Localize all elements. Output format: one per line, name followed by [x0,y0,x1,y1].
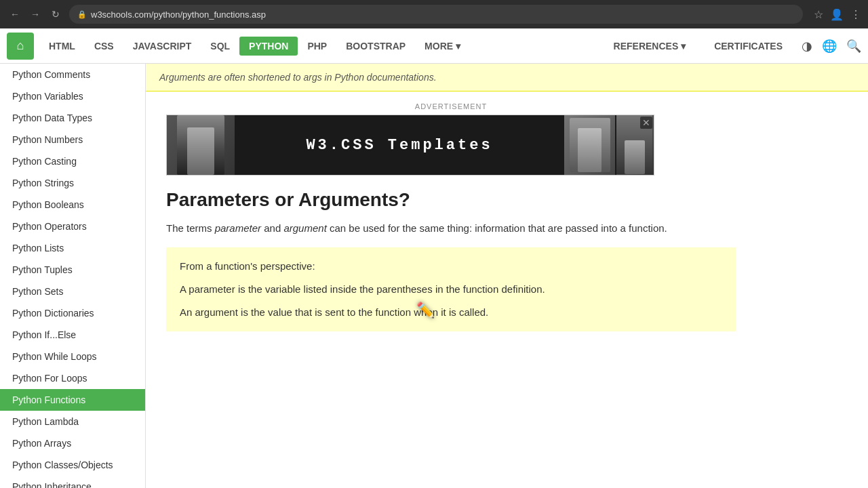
content-area: ADVERTISEMENT W3.CSS Templates [146,102,756,356]
globe-icon[interactable]: 🌐 [822,39,837,54]
refresh-button[interactable]: ↻ [47,6,64,22]
sidebar-item-numbers[interactable]: Python Numbers [0,129,145,150]
ad-center-text: W3.CSS Templates [235,137,564,154]
bookmark-icon[interactable]: ☆ [814,8,823,21]
sidebar-item-datatypes[interactable]: Python Data Types [0,107,145,129]
main-layout: Python Comments Python Variables Python … [0,64,868,488]
intro-arg: argument [283,222,326,234]
sidebar-item-operators[interactable]: Python Operators [0,216,145,237]
sidebar: Python Comments Python Variables Python … [0,64,146,488]
main-content: Arguments are often shortened to args in… [146,64,868,488]
sidebar-item-whileloops[interactable]: Python While Loops [0,346,145,367]
ad-close-button[interactable]: ✕ [640,117,652,129]
sidebar-item-strings[interactable]: Python Strings [0,172,145,194]
intro-suffix: can be used for the same thing: informat… [327,222,667,234]
forward-button[interactable]: → [27,6,43,22]
lock-icon: 🔒 [77,10,87,19]
ad-label: ADVERTISEMENT [166,102,736,110]
sidebar-item-lambda[interactable]: Python Lambda [0,411,145,432]
sidebar-item-functions[interactable]: Python Functions [0,389,145,411]
url-text: w3schools.com/python/python_functions.as… [91,9,266,20]
sidebar-item-arrays[interactable]: Python Arrays [0,432,145,454]
menu-icon[interactable]: ⋮ [850,8,861,21]
ad-banner: W3.CSS Templates ✕ [166,115,654,176]
nav-certificates[interactable]: CERTIFICATES [705,37,792,56]
contrast-icon[interactable]: ◑ [802,39,812,54]
nav-references[interactable]: REFERENCES ▾ [604,37,696,56]
advertisement: ADVERTISEMENT W3.CSS Templates [166,102,736,176]
user-icon[interactable]: 👤 [830,8,844,21]
nav-html[interactable]: HTML [39,37,85,56]
intro-paragraph: The terms parameter and argument can be … [166,220,736,237]
section-heading: Parameters or Arguments? [166,189,736,211]
nav-items: HTML CSS JAVASCRIPT SQL PYTHON PHP BOOTS… [39,37,604,56]
sidebar-item-lists[interactable]: Python Lists [0,237,145,259]
browser-nav-buttons: ← → ↻ [7,6,64,22]
sidebar-item-sets[interactable]: Python Sets [0,281,145,302]
sidebar-item-inheritance[interactable]: Python Inheritance [0,476,145,488]
sidebar-item-classes[interactable]: Python Classes/Objects [0,454,145,476]
home-button[interactable]: ⌂ [7,33,34,60]
intro-param: parameter [215,222,261,234]
nav-bootstrap[interactable]: BOOTSTRAP [336,37,415,56]
yellow-box-line1: From a function's perspective: [180,258,722,274]
sidebar-item-booleans[interactable]: Python Booleans [0,194,145,216]
search-icon[interactable]: 🔍 [846,39,861,54]
nav-sql[interactable]: SQL [201,37,239,56]
nav-python[interactable]: PYTHON [239,37,298,56]
yellow-box-line2: A parameter is the variable listed insid… [180,281,722,298]
sidebar-item-forloops[interactable]: Python For Loops [0,367,145,389]
yellow-box: From a function's perspective: A paramet… [166,247,736,331]
top-navigation: ⌂ HTML CSS JAVASCRIPT SQL PYTHON PHP BOO… [0,28,868,64]
ad-thumb-1 [564,115,615,176]
top-callout: Arguments are often shortened to args in… [146,64,868,92]
nav-javascript[interactable]: JAVASCRIPT [123,37,201,56]
intro-mid: and [261,222,283,234]
intro-prefix: The terms [166,222,215,234]
sidebar-item-casting[interactable]: Python Casting [0,150,145,172]
top-callout-text: Arguments are often shortened to args in… [159,72,437,83]
sidebar-item-comments[interactable]: Python Comments [0,64,145,85]
browser-actions: ☆ 👤 ⋮ [814,8,861,21]
yellow-box-line3: An argument is the value that is sent to… [180,304,722,321]
nav-right: REFERENCES ▾ CERTIFICATES ◑ 🌐 🔍 [604,37,861,56]
sidebar-item-variables[interactable]: Python Variables [0,85,145,107]
nav-more[interactable]: MORE ▾ [415,37,470,56]
back-button[interactable]: ← [7,6,23,22]
ad-left-image [167,115,235,176]
nav-css[interactable]: CSS [85,37,123,56]
sidebar-item-ifelse[interactable]: Python If...Else [0,324,145,346]
browser-chrome: ← → ↻ 🔒 w3schools.com/python/python_func… [0,0,868,28]
address-bar[interactable]: 🔒 w3schools.com/python/python_functions.… [69,5,803,24]
nav-php[interactable]: PHP [298,37,336,56]
sidebar-item-tuples[interactable]: Python Tuples [0,259,145,281]
sidebar-item-dictionaries[interactable]: Python Dictionaries [0,302,145,324]
